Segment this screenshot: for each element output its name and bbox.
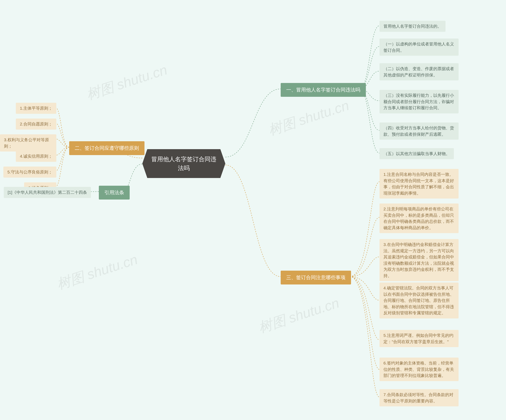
branch-3-leaf-3[interactable]: 4.确定管辖法院。合同的双方当事人可以在书面合同中协议选择被告住所地、合同履行地… <box>380 282 459 318</box>
branch-2-leaf-3[interactable]: 4.诚实信用原则； <box>16 151 56 162</box>
branch-1-leaf-1[interactable]: （一）以虚构的单位或者冒用他人名义签订合同。 <box>380 39 459 56</box>
branch-4-leaf-0[interactable]: [1]《中华人民共和国刑法》第二百二十四条 <box>4 187 91 198</box>
branch-1-leaf-5[interactable]: （五）以其他方法骗取当事人财物。 <box>380 148 454 159</box>
branch-3-leaf-1[interactable]: 2.注意列明每项商品的单价有些公司在买卖合同中，标的是多类商品，但却只在合同中明… <box>380 203 459 233</box>
watermark-4: 树图 shutu.cn <box>256 294 342 337</box>
branch-3-leaf-4[interactable]: 5.注意用词严谨。例如合同中常见的约定："合同在双方签字盖章后生效。" <box>380 330 459 347</box>
branch-1-title: 一、冒用他人名字签订合同违法吗 <box>286 87 360 92</box>
branch-2-title: 二、签订合同应遵守哪些原则 <box>75 145 139 151</box>
branch-2-leaf-2[interactable]: 3.权利与义务公平对等原则； <box>0 134 56 151</box>
branch-3[interactable]: 三、签订合同注意哪些事项 <box>281 271 351 284</box>
branch-3-title: 三、签订合同注意哪些事项 <box>286 275 346 280</box>
branch-3-leaf-6[interactable]: 7.合同条款必须对等性。合同条款的对等性是公平原则的重要内容。 <box>380 389 459 406</box>
branch-1-leaf-3[interactable]: （三）没有实际履行能力，以先履行小额合同或者部分履行合同方法，诈骗对方当事人继续… <box>380 90 459 113</box>
root-title: 冒用他人名字签订合同违法吗 <box>151 156 216 171</box>
branch-2-leaf-0[interactable]: 1.主体平等原则； <box>16 103 56 114</box>
watermark-2: 树图 shutu.cn <box>266 96 352 140</box>
branch-2-leaf-4[interactable]: 5.守法与公序良俗原则； <box>3 167 56 177</box>
branch-4[interactable]: 引用法条 <box>99 186 130 200</box>
branch-1-leaf-0[interactable]: 冒用他人名字签订合同违法的。 <box>380 21 446 32</box>
branch-3-leaf-2[interactable]: 3.在合同中明确违约金和赔偿金计算方法。虽然规定一方违约，另一方可以向其追索违约… <box>380 239 459 281</box>
branch-4-title: 引用法条 <box>104 190 124 195</box>
branch-3-leaf-0[interactable]: 1.注意合同名称与合同内容是否一致。有些公司使用合同统一文本，这本是好事，但由于… <box>380 169 459 198</box>
branch-2[interactable]: 二、签订合同应遵守哪些原则 <box>69 141 145 155</box>
branch-1-leaf-2[interactable]: （二）以伪造、变造、作废的票据或者其他虚假的产权证明作担保。 <box>380 63 459 80</box>
branch-3-leaf-5[interactable]: 6.签约对象的主体资格。当前，经营单位的性质、种类、背景比较复杂，有关部门的管理… <box>380 358 459 381</box>
watermark-1: 树图 shutu.cn <box>84 61 170 104</box>
branch-1[interactable]: 一、冒用他人名字签订合同违法吗 <box>281 83 366 97</box>
root-node[interactable]: 冒用他人名字签订合同违法吗 <box>142 149 225 178</box>
branch-1-leaf-4[interactable]: （四）收受对方当事人给付的货物、货款、预付款或者担保财产后逃匿。 <box>380 123 459 140</box>
branch-2-leaf-1[interactable]: 2.合同自愿原则； <box>16 118 56 130</box>
watermark-3: 树图 shutu.cn <box>54 250 140 294</box>
